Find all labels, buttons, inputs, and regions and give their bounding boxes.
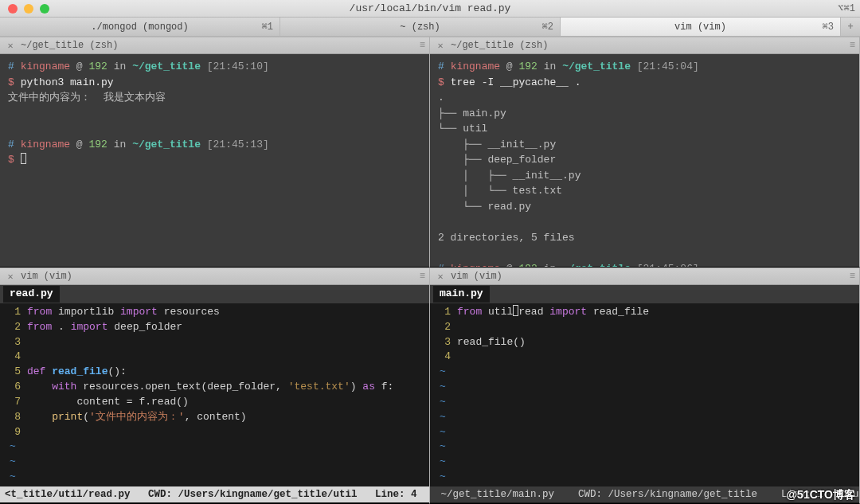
pane-tab-bar: ✕ vim (vim) ≡: [0, 268, 429, 285]
close-window-button[interactable]: [8, 4, 18, 14]
pane-tab-label: vim (vim): [21, 271, 72, 282]
pane-bottom-left: ✕ vim (vim) ≡ read.py 1from importlib im…: [0, 268, 430, 504]
hamburger-icon[interactable]: ≡: [850, 40, 854, 51]
app-tab-vim[interactable]: vim (vim) ⌘3: [561, 18, 841, 36]
buffer-tab-bar: main.py: [430, 285, 859, 303]
pane-tab-label: ~/get_title (zsh): [451, 40, 548, 51]
app-tab-zsh[interactable]: ~ (zsh) ⌘2: [280, 18, 561, 36]
pane-tab-bar: ✕ vim (vim) ≡: [430, 268, 859, 285]
pane-tab-bar: ✕ ~/get_title (zsh) ≡: [0, 37, 429, 54]
app-tab-label: ~ (zsh): [400, 21, 440, 33]
terminal-output[interactable]: # kingname @ 192 in ~/get_title [21:45:1…: [0, 54, 429, 267]
pane-tab-label: ~/get_title (zsh): [21, 40, 118, 51]
app-tab-bar: ./mongod (mongod) ⌘1 ~ (zsh) ⌘2 vim (vim…: [0, 18, 860, 37]
app-tab-label: ./mongod (mongod): [91, 21, 188, 33]
pane-tab-bar: ✕ ~/get_title (zsh) ≡: [430, 37, 859, 54]
vim-editor[interactable]: main.py 1from utilread import read_file …: [430, 285, 859, 503]
window-titlebar: /usr/local/bin/vim read.py ⌥⌘1: [0, 0, 860, 18]
pane-bottom-right: ✕ vim (vim) ≡ main.py 1from utilread imp…: [430, 268, 860, 504]
app-tab-label: vim (vim): [674, 21, 726, 33]
vim-command-line[interactable]: "main.py" 4L, 46C written: [430, 502, 859, 503]
pane-top-right: ✕ ~/get_title (zsh) ≡ # kingname @ 192 i…: [430, 37, 860, 268]
app-tab-kb: ⌘1: [262, 21, 273, 33]
app-tab-kb: ⌘2: [542, 21, 553, 33]
pane-top-left: ✕ ~/get_title (zsh) ≡ # kingname @ 192 i…: [0, 37, 430, 268]
traffic-lights: [0, 4, 49, 14]
minimize-window-button[interactable]: [24, 4, 33, 14]
new-tab-button[interactable]: +: [841, 18, 860, 36]
app-tab-mongod[interactable]: ./mongod (mongod) ⌘1: [0, 18, 280, 36]
hamburger-icon[interactable]: ≡: [420, 271, 424, 282]
vim-editor[interactable]: read.py 1from importlib import resources…: [0, 285, 429, 503]
pane-grid: ✕ ~/get_title (zsh) ≡ # kingname @ 192 i…: [0, 37, 860, 504]
code-area[interactable]: 1from utilread import read_file 2 3read_…: [430, 303, 859, 486]
window-title: /usr/local/bin/vim read.py: [0, 2, 860, 14]
vim-status-bar: <t_title/util/read.py CWD: /Users/kingna…: [0, 486, 429, 502]
close-icon[interactable]: ✕: [435, 40, 446, 51]
pane-tab-label: vim (vim): [451, 271, 502, 282]
close-icon[interactable]: ✕: [435, 271, 446, 282]
buffer-tab-bar: read.py: [0, 285, 429, 303]
terminal-output[interactable]: # kingname @ 192 in ~/get_title [21:45:0…: [430, 54, 859, 267]
hamburger-icon[interactable]: ≡: [420, 40, 424, 51]
vim-command-line[interactable]: :: [0, 502, 429, 503]
window-shortcut: ⌥⌘1: [838, 2, 855, 14]
buffer-tab[interactable]: main.py: [433, 286, 490, 303]
close-icon[interactable]: ✕: [5, 271, 16, 282]
hamburger-icon[interactable]: ≡: [850, 271, 854, 282]
code-area[interactable]: 1from importlib import resources 2from .…: [0, 303, 429, 486]
zoom-window-button[interactable]: [40, 4, 49, 14]
close-icon[interactable]: ✕: [5, 40, 16, 51]
buffer-tab[interactable]: read.py: [3, 286, 60, 303]
app-tab-kb: ⌘3: [823, 21, 834, 33]
watermark: @51CTO博客: [786, 488, 855, 502]
